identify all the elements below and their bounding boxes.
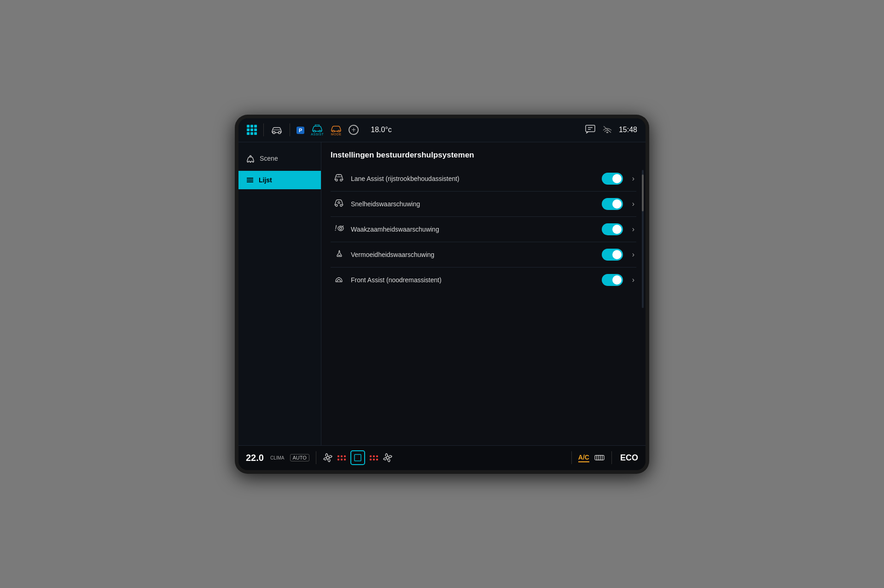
bottom-divider-3 <box>611 451 612 464</box>
front-assist-toggle[interactable] <box>602 274 623 286</box>
speed-warning-label: Snelheidswaarschuwing <box>351 200 596 208</box>
svg-rect-31 <box>595 455 604 460</box>
svg-point-17 <box>336 179 337 181</box>
scene-label: Scene <box>260 155 278 162</box>
lijst-label: Lijst <box>259 176 272 184</box>
divider-1 <box>263 123 264 136</box>
setting-row-front-assist[interactable]: Front Assist (noodremassistent) › <box>331 268 636 292</box>
fatigue-warning-label: Vermoeidheidswaarschuwing <box>351 251 596 258</box>
home-button[interactable] <box>350 450 365 465</box>
svg-point-28 <box>326 456 329 459</box>
fan-right-icon[interactable] <box>383 453 393 463</box>
clima-auto[interactable]: AUTO <box>290 454 309 461</box>
attention-warning-chevron[interactable]: › <box>632 225 634 233</box>
rear-defrost-icon[interactable] <box>594 454 605 462</box>
apps-icon[interactable] <box>247 125 257 135</box>
setting-row-attention[interactable]: ! Waakzaamheidswaarschuwing › <box>331 217 636 242</box>
climate-dots-left[interactable] <box>337 455 346 460</box>
sidebar: Scene Lijst <box>238 142 321 445</box>
svg-point-30 <box>386 456 389 459</box>
scrollbar[interactable] <box>642 170 644 308</box>
eco-label[interactable]: ECO <box>620 453 638 463</box>
setting-row-speed[interactable]: Snelheidswaarschuwing › <box>331 192 636 217</box>
temperature-display: 18.0°c <box>371 126 392 134</box>
add-button[interactable]: + <box>349 125 359 135</box>
lane-assist-label: Lane Assist (rijstrookbehoudassistent) <box>351 175 596 182</box>
infotainment-screen: P ASSIST MODE <box>238 118 646 470</box>
front-assist-icon <box>332 274 345 285</box>
car-display: P ASSIST MODE <box>235 115 649 474</box>
svg-line-26 <box>343 226 343 227</box>
main-area: Scene Lijst Instellingen bestuurdershulp… <box>238 142 646 445</box>
fatigue-warning-icon <box>332 249 345 260</box>
fatigue-warning-toggle[interactable] <box>602 249 623 261</box>
sidebar-item-scene[interactable]: Scene <box>238 149 321 168</box>
assist-button[interactable]: ASSIST <box>311 124 324 136</box>
svg-rect-29 <box>355 454 361 461</box>
svg-point-13 <box>251 161 253 163</box>
attention-warning-icon: ! <box>332 224 345 234</box>
setting-row-fatigue[interactable]: Vermoeidheidswaarschuwing › <box>331 242 636 268</box>
speed-warning-chevron[interactable]: › <box>632 200 634 208</box>
attention-warning-toggle[interactable] <box>602 223 623 235</box>
divider-2 <box>290 123 290 136</box>
scrollbar-thumb[interactable] <box>642 175 644 211</box>
front-assist-chevron[interactable]: › <box>632 276 634 284</box>
clima-label: CLIMA <box>270 455 285 460</box>
clima-temp: 22.0 <box>246 453 264 463</box>
svg-point-12 <box>248 161 250 163</box>
lane-assist-icon <box>332 173 345 184</box>
settings-panel: Instellingen bestuurdershulpsystemen <box>321 142 646 445</box>
fan-left-icon[interactable] <box>323 453 333 463</box>
top-bar: P ASSIST MODE <box>238 118 646 142</box>
svg-point-25 <box>340 227 342 230</box>
sidebar-item-lijst[interactable]: Lijst <box>238 171 321 189</box>
svg-point-21 <box>340 204 342 206</box>
scene-icon <box>246 154 255 163</box>
svg-point-5 <box>332 130 334 132</box>
speed-warning-icon <box>332 198 345 209</box>
svg-rect-7 <box>586 125 595 132</box>
lane-assist-chevron[interactable]: › <box>632 175 634 183</box>
bottom-divider-1 <box>316 451 316 464</box>
svg-point-20 <box>336 204 337 206</box>
climate-dots-right[interactable] <box>370 455 378 460</box>
ac-button[interactable]: A/C <box>578 454 589 462</box>
front-assist-label: Front Assist (noodremassistent) <box>351 276 596 284</box>
clock-display: 15:48 <box>619 126 637 134</box>
svg-point-4 <box>319 130 321 132</box>
attention-warning-label: Waakzaamheidswaarschuwing <box>351 226 596 233</box>
setting-row-lane-assist[interactable]: Lane Assist (rijstrookbehoudassistent) › <box>331 166 636 192</box>
svg-point-10 <box>606 132 608 134</box>
svg-point-0 <box>273 132 275 134</box>
settings-list: Lane Assist (rijstrookbehoudassistent) › <box>331 166 636 292</box>
svg-point-22 <box>338 202 340 204</box>
svg-point-3 <box>314 130 315 132</box>
bottom-divider-2 <box>571 451 572 464</box>
fatigue-warning-chevron[interactable]: › <box>632 250 634 259</box>
bottom-bar: 22.0 CLIMA AUTO <box>238 445 646 470</box>
svg-point-1 <box>279 132 281 134</box>
svg-point-18 <box>340 179 342 181</box>
svg-point-6 <box>338 130 340 132</box>
network-status-icon <box>602 125 612 135</box>
panel-title: Instellingen bestuurdershulpsystemen <box>331 151 636 160</box>
car-icon[interactable] <box>270 126 283 134</box>
lane-assist-toggle[interactable] <box>602 173 623 185</box>
lijst-icon <box>246 176 254 184</box>
mode-button[interactable]: MODE <box>330 124 342 136</box>
svg-text:!: ! <box>335 224 337 232</box>
park-button[interactable]: P <box>297 126 304 134</box>
speed-warning-toggle[interactable] <box>602 198 623 210</box>
messages-icon[interactable] <box>585 124 596 136</box>
